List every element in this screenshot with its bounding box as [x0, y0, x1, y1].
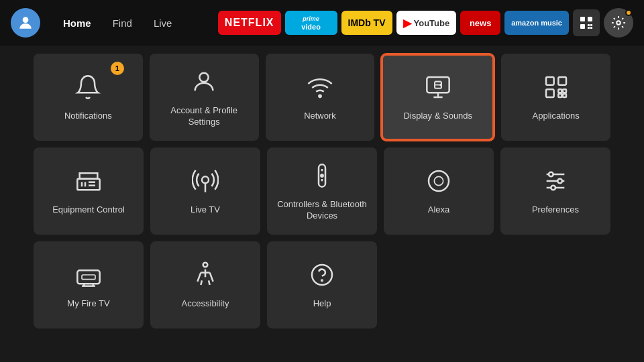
settings-grid: 1 Notifications Account & Profile Settin… [0, 46, 644, 337]
firetv-icon [75, 261, 102, 292]
svg-rect-17 [563, 89, 566, 93]
svg-point-47 [321, 280, 323, 282]
netflix-app[interactable]: NETFLIX [218, 11, 281, 35]
tile-help-label: Help [313, 298, 331, 310]
svg-rect-21 [80, 173, 98, 178]
settings-button[interactable] [604, 8, 633, 38]
nav-live[interactable]: Live [144, 13, 182, 33]
app-icons: NETFLIX prime video IMDb TV ▶ YouTube ne… [218, 8, 633, 38]
svg-point-45 [203, 263, 208, 267]
tile-notifications-label: Notifications [64, 111, 112, 122]
display-icon [425, 74, 451, 104]
svg-point-9 [200, 72, 209, 81]
imdb-app[interactable]: IMDb TV [341, 11, 392, 35]
svg-rect-3 [580, 24, 585, 29]
svg-point-30 [321, 174, 323, 176]
svg-point-32 [429, 171, 449, 191]
nav-find[interactable]: Find [103, 13, 142, 33]
tile-empty-1 [384, 241, 494, 328]
tile-firetv-label: My Fire TV [67, 298, 109, 310]
svg-point-38 [557, 179, 562, 184]
svg-rect-16 [558, 89, 561, 93]
svg-rect-7 [590, 27, 592, 29]
prime-label: prime [303, 15, 319, 22]
tile-display[interactable]: Display & Sounds [381, 54, 494, 141]
prime-app[interactable]: prime video [285, 11, 337, 35]
svg-point-33 [434, 176, 443, 185]
youtube-play-icon: ▶ [403, 17, 411, 29]
tile-account-label: Account & Profile Settings [156, 105, 252, 128]
settings-notification-dot [625, 9, 632, 16]
svg-rect-15 [546, 89, 554, 97]
antenna-icon [192, 168, 219, 198]
alexa-icon [425, 168, 452, 198]
tile-controllers[interactable]: Controllers & Bluetooth Devices [267, 147, 377, 235]
svg-rect-5 [590, 24, 592, 26]
tile-account[interactable]: Account & Profile Settings [150, 54, 259, 141]
youtube-app[interactable]: ▶ YouTube [396, 11, 457, 35]
news-app[interactable]: news [460, 11, 500, 35]
svg-rect-13 [546, 77, 554, 85]
nav-home[interactable]: Home [54, 13, 101, 33]
tile-controllers-label: Controllers & Bluetooth Devices [274, 199, 370, 222]
tile-preferences[interactable]: Preferences [500, 147, 610, 235]
svg-rect-44 [82, 275, 95, 280]
tile-preferences-label: Preferences [532, 204, 579, 216]
tile-network[interactable]: Network [266, 54, 375, 141]
grid-row-1: 1 Notifications Account & Profile Settin… [34, 54, 610, 141]
svg-point-37 [549, 172, 553, 177]
svg-rect-20 [77, 179, 99, 190]
remote-icon [309, 162, 335, 192]
tile-equipment[interactable]: Equipment Control [34, 147, 144, 235]
svg-point-0 [23, 17, 29, 23]
equipment-icon [75, 168, 102, 198]
tile-empty-2 [500, 241, 610, 328]
svg-rect-18 [558, 94, 561, 97]
tile-equipment-label: Equipment Control [52, 204, 125, 216]
tile-applications[interactable]: Applications [501, 54, 610, 141]
svg-rect-4 [588, 24, 590, 26]
tile-notifications[interactable]: 1 Notifications [34, 54, 143, 141]
svg-point-46 [312, 265, 332, 285]
grid-icon-btn[interactable] [573, 9, 600, 36]
wifi-icon [307, 74, 333, 104]
header: Home Find Live NETFLIX prime video IMDb … [0, 0, 644, 46]
tile-alexa-label: Alexa [428, 204, 450, 216]
notification-count-badge: 1 [111, 62, 124, 75]
tile-network-label: Network [304, 111, 336, 122]
svg-rect-6 [588, 27, 590, 29]
prime-video-label: video [301, 23, 321, 31]
tile-help[interactable]: Help [267, 241, 377, 328]
apps-icon [543, 74, 570, 104]
grid-row-3: My Fire TV Accessibility [34, 241, 610, 328]
svg-rect-1 [580, 17, 585, 21]
tile-accessibility-label: Accessibility [182, 298, 229, 310]
avatar[interactable] [11, 8, 40, 38]
nav-links: Home Find Live [54, 13, 181, 33]
svg-point-39 [551, 186, 555, 190]
music-app[interactable]: amazon music [504, 11, 569, 35]
svg-rect-19 [563, 94, 566, 97]
svg-rect-40 [77, 270, 99, 284]
svg-point-26 [202, 176, 209, 183]
svg-rect-2 [588, 17, 592, 21]
accessibility-icon [192, 261, 219, 292]
youtube-label: YouTube [414, 18, 450, 28]
bell-icon [74, 74, 101, 104]
tile-alexa[interactable]: Alexa [384, 147, 494, 235]
tile-livetv[interactable]: Live TV [150, 147, 260, 235]
tile-accessibility[interactable]: Accessibility [150, 241, 260, 328]
tile-firetv[interactable]: My Fire TV [34, 241, 144, 328]
grid-row-2: Equipment Control Live TV [34, 147, 610, 235]
tile-livetv-label: Live TV [191, 204, 220, 216]
tile-display-label: Display & Sounds [403, 111, 472, 122]
svg-point-8 [616, 21, 621, 25]
sliders-icon [542, 168, 569, 198]
person-icon [191, 68, 217, 99]
svg-point-10 [319, 95, 321, 97]
tile-applications-label: Applications [533, 111, 580, 122]
svg-rect-14 [558, 77, 566, 85]
help-icon [309, 261, 335, 292]
